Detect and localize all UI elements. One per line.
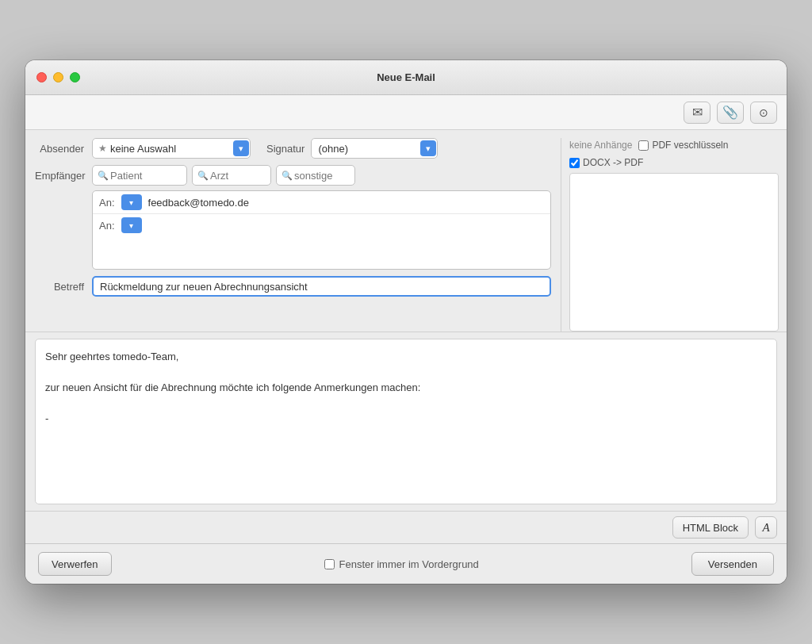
header-area: Absender ★ keine Auswahl Signatur (ohne)	[25, 130, 787, 332]
bottom-toolbar: HTML Block A	[25, 511, 787, 543]
recipient1-type-label: An:	[99, 197, 115, 209]
docx-pdf-label: DOCX -> PDF	[583, 157, 643, 168]
absender-select[interactable]: keine Auswahl	[92, 138, 251, 159]
traffic-lights	[36, 72, 80, 82]
fenster-vordergrund-wrapper[interactable]: Fenster immer im Vordergrund	[324, 558, 479, 570]
right-column: keine Anhänge PDF veschlüsseln DOCX -> P…	[561, 138, 787, 332]
verwerfen-button[interactable]: Verwerfen	[38, 552, 112, 576]
betreff-row: Betreff	[35, 276, 551, 303]
font-button[interactable]: A	[755, 516, 777, 539]
recipient2-type-btn[interactable]: ▾	[121, 217, 142, 233]
fenster-vordergrund-checkbox[interactable]	[324, 559, 335, 569]
arzt-search-wrapper: 🔍	[192, 165, 271, 186]
recipient2-type-label: An:	[99, 220, 115, 232]
docx-pdf-wrapper[interactable]: DOCX -> PDF	[569, 157, 643, 168]
absender-wrapper: ★ keine Auswahl	[92, 138, 251, 159]
keine-anhange-label: keine Anhänge	[569, 140, 632, 151]
empfanger-row: Empfänger 🔍 🔍 🔍	[35, 165, 551, 186]
recipient2-email-input[interactable]	[148, 220, 544, 232]
star-icon: ★	[98, 143, 107, 154]
betreff-input[interactable]	[92, 276, 551, 297]
email-body-area	[35, 339, 777, 504]
minimize-button[interactable]	[53, 72, 63, 82]
betreff-label: Betreff	[35, 281, 92, 293]
recipients-area: An: ▾ feedback@tomedo.de An: ▾	[92, 190, 551, 270]
html-block-button[interactable]: HTML Block	[672, 516, 749, 539]
pdf-verschlusseln-label: PDF veschlüsseln	[652, 140, 728, 151]
signatur-wrapper: (ohne)	[311, 138, 438, 159]
sonstige-search-wrapper: 🔍	[276, 165, 355, 186]
absender-label: Absender	[35, 143, 92, 155]
signatur-label: Signatur	[266, 143, 304, 155]
recipient1-email: feedback@tomedo.de	[148, 197, 544, 209]
email-body-textarea[interactable]	[45, 349, 767, 492]
fenster-vordergrund-label: Fenster immer im Vordergrund	[339, 558, 479, 570]
window-title: Neue E-Mail	[377, 71, 435, 83]
chevron-down-icon-2: ▾	[129, 221, 133, 230]
versenden-button[interactable]: Versenden	[691, 552, 774, 576]
attachment-options: keine Anhänge PDF veschlüsseln DOCX -> P…	[569, 138, 779, 168]
font-icon: A	[762, 521, 769, 535]
recipient1-type-btn[interactable]: ▾	[121, 194, 142, 210]
pdf-verschlusseln-wrapper[interactable]: PDF veschlüsseln	[638, 140, 728, 151]
attachment-preview-area	[569, 173, 779, 332]
left-column: Absender ★ keine Auswahl Signatur (ohne)	[25, 138, 561, 332]
close-button[interactable]	[36, 72, 47, 82]
patient-search-icon: 🔍	[98, 171, 109, 181]
paperclip-icon: 📎	[722, 105, 738, 120]
email-toolbar-button[interactable]: ✉	[684, 102, 710, 124]
attach-toolbar-button[interactable]: 📎	[717, 102, 744, 124]
footer-area: Verwerfen Fenster immer im Vordergrund V…	[25, 543, 787, 584]
pdf-verschlusseln-checkbox[interactable]	[638, 140, 649, 151]
patient-search-wrapper: 🔍	[92, 165, 187, 186]
recipient-row-1: An: ▾ feedback@tomedo.de	[93, 191, 550, 214]
titlebar: Neue E-Mail	[25, 60, 787, 95]
sonstige-search-icon: 🔍	[282, 171, 293, 181]
circle-icon: ⊙	[759, 106, 768, 119]
email-icon: ✉	[692, 105, 703, 120]
search-inputs: 🔍 🔍 🔍	[92, 165, 551, 186]
signatur-select[interactable]: (ohne)	[311, 138, 438, 159]
empfanger-label: Empfänger	[35, 170, 92, 182]
chevron-down-icon: ▾	[129, 198, 133, 207]
arzt-search-icon: 🔍	[197, 171, 209, 181]
docx-pdf-checkbox[interactable]	[569, 158, 580, 168]
toolbar: ✉ 📎 ⊙	[25, 95, 787, 130]
settings-toolbar-button[interactable]: ⊙	[750, 102, 777, 124]
absender-row: Absender ★ keine Auswahl Signatur (ohne)	[35, 138, 551, 159]
signatur-row: Signatur (ohne)	[266, 138, 438, 159]
maximize-button[interactable]	[70, 72, 80, 82]
recipient-row-2: An: ▾	[93, 214, 550, 236]
window: Neue E-Mail ✉ 📎 ⊙ Absender ★ keine Auswa…	[25, 60, 787, 584]
